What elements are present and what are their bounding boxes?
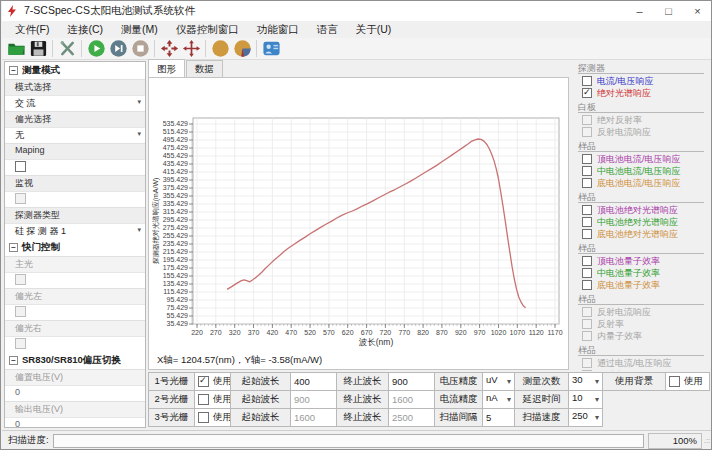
run-icon[interactable] bbox=[86, 39, 106, 59]
tab-data[interactable]: 数据 bbox=[186, 60, 223, 77]
save-file-icon[interactable] bbox=[28, 39, 48, 59]
collapse-icon[interactable]: − bbox=[9, 356, 18, 365]
use-checkbox[interactable] bbox=[198, 376, 209, 387]
svg-text:515.429: 515.429 bbox=[163, 128, 188, 135]
maximize-button[interactable]: □ bbox=[654, 1, 683, 21]
value-input-cell[interactable]: 900 bbox=[389, 373, 435, 391]
svg-text:270: 270 bbox=[210, 329, 222, 336]
value-input-cell: 2500 bbox=[389, 409, 435, 427]
svg-text:720: 720 bbox=[380, 329, 392, 336]
menu-item-6[interactable]: 关于(U) bbox=[347, 22, 401, 38]
svg-text:375.429: 375.429 bbox=[163, 184, 188, 191]
tools-icon[interactable] bbox=[57, 39, 77, 59]
curve-checkbox[interactable] bbox=[582, 205, 592, 215]
user-info-icon[interactable] bbox=[261, 39, 281, 59]
curve-option-label: 通过率 bbox=[597, 369, 624, 372]
use-checkbox[interactable] bbox=[669, 376, 680, 387]
close-button[interactable]: × bbox=[683, 1, 712, 21]
chevron-down-icon: ▾ bbox=[137, 226, 141, 234]
mode-select[interactable]: 交 流▾ bbox=[5, 95, 145, 111]
section-header-0[interactable]: −测量模式 bbox=[5, 62, 145, 79]
use-checkbox-cell[interactable]: 使用 bbox=[195, 391, 231, 409]
pie-analysis-icon[interactable] bbox=[232, 39, 252, 59]
curve-option-row: 中电池量子效率 bbox=[570, 267, 710, 279]
curve-checkbox[interactable] bbox=[582, 268, 592, 278]
svg-text:295.429: 295.429 bbox=[163, 216, 188, 223]
menu-item-2[interactable]: 测量(M) bbox=[112, 22, 167, 38]
value-select-cell[interactable]: ▾nA bbox=[483, 391, 515, 409]
select-value: 无 bbox=[15, 130, 24, 140]
value-select-cell[interactable]: ▾10 bbox=[569, 391, 603, 409]
collapse-icon[interactable]: − bbox=[9, 66, 18, 75]
svg-text:820: 820 bbox=[417, 329, 429, 336]
chevron-down-icon: ▾ bbox=[507, 374, 511, 390]
chevron-down-icon: ▾ bbox=[137, 98, 141, 106]
param-label-cell: 起始波长 bbox=[231, 409, 291, 427]
bias-voltage-input[interactable]: 0 bbox=[5, 385, 145, 401]
open-file-icon[interactable] bbox=[6, 39, 26, 59]
curve-option-row: 中电池绝对光谱响应 bbox=[570, 216, 710, 228]
menu-item-4[interactable]: 功能窗口 bbox=[248, 22, 308, 38]
output-voltage-input[interactable]: 0 bbox=[5, 417, 145, 428]
use-label: 使用 bbox=[213, 411, 231, 422]
svg-text:670: 670 bbox=[361, 329, 373, 336]
minimize-button[interactable]: – bbox=[625, 1, 654, 21]
menu-item-3[interactable]: 仪器控制窗口 bbox=[167, 22, 248, 38]
detector-type-select[interactable]: 硅 探 测 器 1▾ bbox=[5, 223, 145, 239]
svg-text:1120: 1120 bbox=[529, 329, 544, 336]
value-select-cell[interactable]: ▾30 bbox=[569, 373, 603, 391]
resize-grip[interactable]: .:: bbox=[702, 436, 712, 445]
curve-checkbox[interactable] bbox=[582, 256, 592, 266]
curve-checkbox[interactable] bbox=[582, 178, 592, 188]
svg-text:1070: 1070 bbox=[510, 329, 526, 336]
curve-checkbox[interactable] bbox=[582, 217, 592, 227]
use-checkbox-cell[interactable]: 使用 bbox=[666, 373, 710, 391]
param-label-cell: 1号光栅 bbox=[149, 373, 195, 391]
section-header-1[interactable]: −快门控制 bbox=[5, 239, 145, 256]
pan-icon[interactable] bbox=[181, 39, 201, 59]
menu-item-1[interactable]: 连接(C) bbox=[58, 22, 112, 38]
curve-checkbox[interactable] bbox=[582, 88, 592, 98]
collapse-icon[interactable]: − bbox=[9, 243, 18, 252]
select-value: 10 bbox=[572, 392, 583, 403]
curve-option-label: 绝对光谱响应 bbox=[597, 87, 651, 100]
field-label: 探测器类型 bbox=[5, 207, 145, 223]
svg-text:395.429: 395.429 bbox=[163, 176, 188, 183]
value-select-cell[interactable]: ▾uV bbox=[483, 373, 515, 391]
lamp-icon[interactable] bbox=[210, 39, 230, 59]
use-checkbox[interactable] bbox=[198, 394, 209, 405]
curve-group-header-5: 样品 bbox=[578, 293, 704, 305]
param-label-cell: 扫描速度 bbox=[515, 409, 569, 427]
curve-checkbox[interactable] bbox=[582, 76, 592, 86]
value-input-cell[interactable]: 400 bbox=[291, 373, 337, 391]
table-row: 1号光栅使用起始波长400终止波长900电压精度▾uV测量次数▾30使用背景使用 bbox=[149, 373, 710, 391]
value-select-cell[interactable]: ▾250 bbox=[569, 409, 603, 427]
field-label: 偏光右 bbox=[5, 320, 145, 336]
use-checkbox[interactable] bbox=[198, 412, 209, 423]
curve-checkbox[interactable] bbox=[582, 229, 592, 239]
curve-checkbox[interactable] bbox=[582, 154, 592, 164]
tab-graph[interactable]: 图形 bbox=[148, 59, 185, 77]
value-input-cell[interactable]: 5 bbox=[483, 409, 515, 427]
use-checkbox-cell[interactable]: 使用 bbox=[195, 409, 231, 427]
use-label: 使用 bbox=[684, 375, 703, 386]
stop-icon[interactable] bbox=[130, 39, 150, 59]
curve-checkbox[interactable] bbox=[582, 280, 592, 290]
curve-option-row: 反射电流响应 bbox=[570, 126, 710, 138]
maping-checkbox[interactable] bbox=[15, 161, 26, 172]
menu-item-5[interactable]: 语言 bbox=[308, 22, 347, 38]
curve-option-row: 顶电池量子效率 bbox=[570, 255, 710, 267]
curve-group-header-2: 样品 bbox=[578, 140, 704, 152]
polarizer-select[interactable]: 无▾ bbox=[5, 127, 145, 143]
menu-item-0[interactable]: 文件(F) bbox=[6, 22, 58, 38]
curve-checkbox[interactable] bbox=[582, 166, 592, 176]
step-icon[interactable] bbox=[108, 39, 128, 59]
param-label-cell: 起始波长 bbox=[231, 373, 291, 391]
toolbar bbox=[2, 38, 712, 60]
svg-text:175.429: 175.429 bbox=[163, 264, 188, 271]
zoom-extents-icon[interactable] bbox=[159, 39, 179, 59]
use-checkbox-cell[interactable]: 使用 bbox=[195, 373, 231, 391]
section-title: 快门控制 bbox=[22, 241, 60, 254]
chart-canvas[interactable]: 2202703203704204705205706206707207708208… bbox=[149, 78, 565, 350]
section-header-2[interactable]: −SR830/SR810偏压切换 bbox=[5, 352, 145, 369]
